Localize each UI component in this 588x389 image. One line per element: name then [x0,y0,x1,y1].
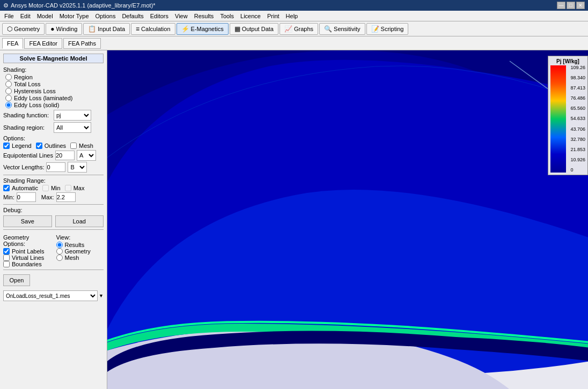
toolbar-btn-calculation[interactable]: ≡Calculation [131,23,175,35]
automatic-checkbox-row: Automatic [3,185,38,191]
virtual-lines-label: Virtual Lines [12,255,44,261]
automatic-checkbox[interactable] [3,185,10,191]
subtab-fea[interactable]: FEA [2,38,23,49]
close-button[interactable]: ✕ [576,2,585,9]
motor-visual [107,50,588,389]
shading-options: Region Total Loss Hysteresis Loss Eddy L… [5,74,104,108]
menu-item-edit[interactable]: Edit [17,12,34,20]
shading-eddy-solid-radio[interactable] [5,102,12,108]
virtual-lines-checkbox[interactable] [3,255,10,261]
toolbar-btn-scripting[interactable]: 📝Scripting [366,23,409,35]
shading-total-loss-radio[interactable] [5,81,12,87]
left-panel: Solve E-Magnetic Model Shading: Region T… [0,50,107,389]
main-layout: Solve E-Magnetic Model Shading: Region T… [0,50,588,389]
toolbar-btn-graphs[interactable]: 📈Graphs [280,23,318,35]
results-radio[interactable] [56,242,63,248]
divider3 [3,229,104,230]
vector-row: Vector Lengths: AB [3,162,104,173]
outlines-checkbox[interactable] [36,143,42,149]
equipotential-input[interactable] [55,151,75,160]
toolbar-btn-geometry[interactable]: ⬡Geometry [2,23,45,35]
legend-labels: 109.2698.34087.41376.48665.56054.63343.7… [570,65,585,173]
menu-item-print[interactable]: Print [264,12,283,20]
toolbar-btn-winding[interactable]: ●Winding [46,23,82,35]
subtab-fea-paths[interactable]: FEA Paths [63,38,101,49]
results-view-row: Results [56,242,104,248]
shading-hysteresis-radio[interactable] [5,88,12,94]
calculation-icon: ≡ [136,25,139,33]
menu-item-help[interactable]: Help [283,12,302,20]
menu-item-model[interactable]: Model [34,12,56,20]
output-data-icon: ▦ [234,25,240,33]
menu-item-tools[interactable]: Tools [217,12,237,20]
shading-function-select[interactable]: pjBHMu [54,110,91,121]
save-button[interactable]: Save [3,215,52,227]
bottom-sections: Geometry Options: Point Labels Virtual L… [3,232,104,267]
max-value-input[interactable] [56,192,76,202]
boundaries-checkbox[interactable] [3,261,10,267]
legend-value-5: 54.633 [570,116,585,121]
menu-item-editors[interactable]: Editors [147,12,172,20]
virtual-lines-row: Virtual Lines [3,255,51,261]
minimize-button[interactable]: — [557,2,565,9]
mesh-checkbox[interactable] [70,143,77,149]
menu-item-view[interactable]: View [172,12,191,20]
geometry-view-radio[interactable] [56,248,63,255]
titlebar-controls[interactable]: — □ ✕ [557,2,585,9]
main-toolbar: ⬡Geometry●Winding📋Input Data≡Calculation… [0,21,588,36]
shading-hysteresis-label: Hysteresis Loss [14,88,56,94]
shading-eddy-lam-radio[interactable] [5,95,12,101]
file-select[interactable]: OnLoadLoss_result_1.mes [3,290,98,301]
graphs-label: Graphs [294,26,313,32]
menu-item-file[interactable]: File [1,12,17,20]
menu-item-motor type[interactable]: Motor Type [56,12,92,20]
options-checkboxes: Legend Outlines Mesh [3,143,104,149]
toolbar-btn-sensitivity[interactable]: 🔍Sensitivity [319,23,365,35]
menu-item-defaults[interactable]: Defaults [119,12,146,20]
maximize-button[interactable]: □ [567,2,575,9]
point-labels-label: Point Labels [12,248,45,255]
min-max-row: Min: Max: [3,192,104,202]
legend-checkbox-row: Legend [3,143,32,149]
open-button[interactable]: Open [3,274,30,286]
input-data-icon: 📋 [88,25,96,33]
subtab-fea-editor[interactable]: FEA Editor [24,38,62,49]
mesh-radio[interactable] [56,255,63,261]
legend-value-10: 0 [570,168,585,173]
min-checkbox[interactable] [42,185,49,191]
toolbar-btn-input-data[interactable]: 📋Input Data [83,23,130,35]
save-load-row: Save Load [3,215,104,227]
legend-checkbox[interactable] [3,143,10,149]
view-col: View: Results Geometry Mesh [56,232,104,267]
equipotential-select[interactable]: AB [77,150,96,161]
vector-input[interactable] [46,162,65,172]
color-legend: Pj [W/kg] 109.2698.34087.41376.48665.560… [548,56,588,175]
app-title: Ansys Motor-CAD v2025.1.1 (adaptive_libr… [11,2,156,9]
divider4 [3,270,104,270]
menu-item-results[interactable]: Results [191,12,217,20]
toolbar-btn-e-magnetics[interactable]: ⚡E-Magnetics [177,23,229,35]
menu-item-options[interactable]: Options [92,12,119,20]
point-labels-checkbox[interactable] [3,248,10,255]
min-value-input[interactable] [17,192,36,202]
toolbar-btn-output-data[interactable]: ▦Output Data [230,23,278,35]
mesh-label: Mesh [79,143,93,149]
legend-value-1: 98.340 [570,76,585,80]
menu-item-licence[interactable]: Licence [237,12,264,20]
shading-range-label: Shading Range: [3,177,104,184]
max-label: Max [74,185,85,191]
shading-hysteresis-row: Hysteresis Loss [5,88,104,94]
options-label: Options: [3,135,104,141]
shading-region-select[interactable]: AllStatorRotor [54,122,91,133]
file-select-row: OnLoadLoss_result_1.mes ▼ [3,290,104,301]
input-data-label: Input Data [98,26,125,32]
vector-select[interactable]: AB [68,162,87,173]
graphs-icon: 📈 [284,25,292,33]
sub-toolbar: FEAFEA EditorFEA Paths [0,36,588,50]
load-button[interactable]: Load [55,215,104,227]
winding-label: Winding [56,26,78,32]
max-checkbox[interactable] [65,185,71,191]
results-view-label: Results [65,242,85,248]
shading-region-radio[interactable] [5,74,12,80]
legend-value-0: 109.26 [570,65,585,70]
